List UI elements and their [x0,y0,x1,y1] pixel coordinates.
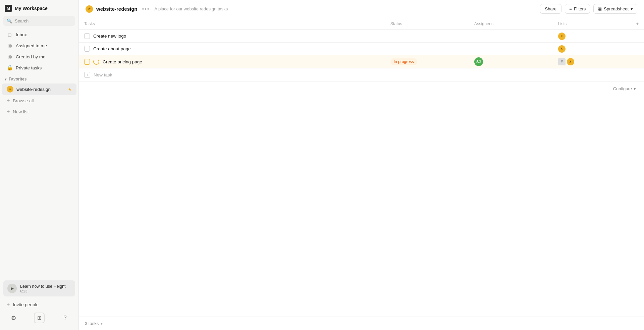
list-badge: ☀ [567,58,574,65]
configure-area: Configure ▾ [79,81,644,96]
workspace-header[interactable]: M My Workspace [0,0,78,15]
hash-badge: # [558,58,566,65]
search-bar[interactable]: 🔍 Search [3,16,75,26]
bottom-icons-bar: ⚙ ⊞ ? [3,310,75,327]
sidebar-item-assigned[interactable]: ◎ Assigned to me [2,40,76,51]
sidebar-nav: □ Inbox ◎ Assigned to me ◎ Created by me… [0,29,78,277]
task-assignees-cell [469,43,553,55]
list-badge: ☀ [558,45,566,53]
list-name: website-redesign [96,6,138,12]
chevron-down-icon: ▾ [5,77,6,81]
chevron-down-icon[interactable]: ▾ [101,321,103,326]
list-description: A place for our website redesign tasks [154,6,536,11]
configure-label: Configure [613,86,632,91]
plus-icon: + [7,109,10,115]
main-content: ☀ website-redesign ••• A place for our w… [79,0,644,330]
workspace-icon: M [5,5,12,12]
task-row-create-new-logo[interactable]: Create new logo [79,30,385,42]
share-button[interactable]: Share [540,4,562,14]
add-column-button[interactable]: + [631,18,644,30]
filters-label: Filters [574,6,586,11]
task-lists-cell: ☀ [553,43,631,55]
settings-button[interactable]: ⚙ [8,313,19,323]
spreadsheet-icon: ▦ [598,6,602,11]
browse-all-item[interactable]: + Browse all [2,95,76,106]
task-status-cell [385,43,469,55]
task-assignees-cell [469,30,553,43]
learn-title: Learn how to use Height [20,284,66,289]
configure-row: Configure ▾ [79,81,644,96]
add-icon: ⊞ [37,315,42,321]
chevron-down-icon: ▾ [631,6,633,11]
task-assignees-cell: SJ [469,55,553,68]
inbox-icon: □ [7,32,13,38]
gear-icon: ⚙ [11,315,16,322]
lock-icon: 🔒 [7,65,13,71]
task-checkbox[interactable] [84,59,90,65]
search-icon: 🔍 [7,18,12,23]
assignee-avatar: SJ [474,57,483,66]
in-progress-icon [93,59,99,65]
invite-people-item[interactable]: + Invite people [3,299,75,310]
task-checkbox[interactable] [84,33,90,39]
invite-label: Invite people [13,302,39,307]
table-footer: 3 tasks ▾ [79,317,644,330]
favorites-section-header[interactable]: ▾ Favorites [0,73,78,83]
plus-icon: + [7,98,10,104]
sidebar-item-website-redesign[interactable]: ☀ website-redesign ★ [2,84,76,95]
task-table: Tasks Status Assignees Lists + Create ne… [79,18,644,96]
help-icon: ? [63,315,66,321]
topbar-actions: Share ≡ Filters ▦ Spreadsheet ▾ [540,4,637,14]
plus-icon: + [7,301,10,308]
list-icon: ☀ [86,5,93,13]
new-task-button[interactable]: + New task [79,68,644,81]
filters-icon: ≡ [569,6,572,11]
workspace-title: My Workspace [15,6,48,11]
new-task-row: + New task [79,68,644,81]
task-row-create-about-page[interactable]: Create about page [79,43,385,55]
status-column-header: Status [385,18,469,30]
help-button[interactable]: ? [60,313,70,323]
table-row: Create new logo ☀ [79,30,644,43]
filters-button[interactable]: ≡ Filters [565,4,590,14]
task-checkbox[interactable] [84,46,90,52]
new-list-label: New list [13,109,29,114]
configure-button[interactable]: Configure ▾ [610,85,639,93]
sidebar-item-label: Inbox [16,32,27,37]
sidebar-item-label: Created by me [16,54,46,59]
task-row-create-pricing-page[interactable]: Create pricing page [79,55,385,68]
sidebar-footer: ▶ Learn how to use Height 6:23 + Invite … [0,277,78,330]
add-workspace-button[interactable]: ⊞ [34,313,45,323]
tasks-column-header: Tasks [79,18,385,30]
new-list-item[interactable]: + New list [2,106,76,117]
table-row: Create about page ☀ [79,43,644,55]
sidebar-item-inbox[interactable]: □ Inbox [2,30,76,40]
spreadsheet-button[interactable]: ▦ Spreadsheet ▾ [593,4,637,14]
favorites-item-label: website-redesign [16,87,51,92]
star-icon: ★ [68,87,72,92]
table-row: Create pricing page In progress SJ [79,55,644,68]
task-name: Create new logo [93,34,380,39]
created-icon: ◎ [7,54,13,60]
topbar: ☀ website-redesign ••• A place for our w… [79,0,644,18]
task-count: 3 tasks [85,321,99,326]
list-badge: ☀ [558,33,566,40]
spreadsheet-label: Spreadsheet [604,6,629,11]
task-name: Create pricing page [103,59,380,64]
sidebar-item-label: Private tasks [16,65,42,70]
more-options-button[interactable]: ••• [141,5,151,13]
task-name: Create about page [93,46,380,51]
sidebar-item-created[interactable]: ◎ Created by me [2,51,76,62]
assignees-column-header: Assignees [469,18,553,30]
task-lists-cell: ☀ [553,30,631,43]
search-label: Search [15,18,29,23]
status-badge: In progress [390,58,417,65]
browse-all-label: Browse all [13,98,34,103]
lists-column-header: Lists [553,18,631,30]
learn-box[interactable]: ▶ Learn how to use Height 6:23 [3,280,75,296]
learn-time: 6:23 [20,289,66,293]
favorites-label: Favorites [9,77,26,81]
sidebar-item-private[interactable]: 🔒 Private tasks [2,62,76,73]
task-status-cell [385,30,469,43]
play-icon: ▶ [7,284,17,293]
